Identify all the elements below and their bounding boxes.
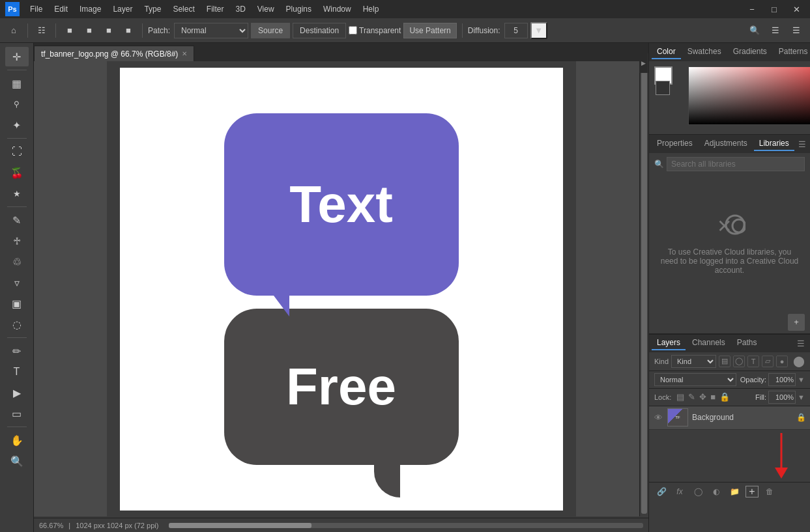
tool-shape-4[interactable]: ■ xyxy=(120,22,137,39)
tab-paths[interactable]: Paths xyxy=(732,336,762,350)
tab-patterns[interactable]: Patterns xyxy=(774,45,810,59)
tool-magic-wand[interactable]: ✦ xyxy=(5,115,29,135)
lock-transparent-icon[interactable]: ▤ xyxy=(676,392,684,402)
menu-filter[interactable]: Filter xyxy=(201,3,229,15)
tool-brush[interactable]: ✎ xyxy=(5,210,29,230)
layer-mask-btn[interactable]: ◯ xyxy=(691,485,705,498)
tool-pen[interactable]: ✏ xyxy=(5,341,29,361)
diffusion-dropdown-btn[interactable]: ▼ xyxy=(530,22,547,39)
purple-bubble-tail xyxy=(270,290,289,316)
tool-zoom[interactable]: 🔍 xyxy=(5,451,29,471)
tab-gradients[interactable]: Gradients xyxy=(728,45,772,59)
tool-hand[interactable]: ✋ xyxy=(5,430,29,450)
layer-new-btn[interactable]: + xyxy=(745,486,759,497)
menu-image[interactable]: Image xyxy=(74,3,106,15)
vertical-scrollbar[interactable] xyxy=(639,61,648,516)
filter-pixel-icon[interactable]: ▤ xyxy=(719,356,730,367)
tool-move[interactable]: ✛ xyxy=(5,47,29,66)
tab-channels[interactable]: Channels xyxy=(687,336,730,350)
library-add-btn[interactable]: + xyxy=(788,314,805,331)
tool-history-brush[interactable]: ♲ xyxy=(5,252,29,272)
libraries-panel-menu-btn[interactable]: ☰ xyxy=(796,139,809,149)
filter-shape-icon[interactable]: ▱ xyxy=(762,356,774,367)
layers-panel-menu-btn[interactable]: ☰ xyxy=(794,339,807,348)
menu-window[interactable]: Window xyxy=(318,3,356,15)
menu-view[interactable]: View xyxy=(252,3,280,15)
tool-healing[interactable]: ★ xyxy=(5,184,29,203)
layer-visibility-toggle[interactable]: 👁 xyxy=(653,413,663,423)
filter-type-icon[interactable]: T xyxy=(747,356,759,367)
tool-type[interactable]: T xyxy=(5,362,29,382)
blend-mode-dropdown[interactable]: Normal Multiply Screen xyxy=(654,373,736,386)
destination-button[interactable]: Destination xyxy=(293,23,346,38)
background-color[interactable] xyxy=(656,81,670,95)
patch-mode-dropdown[interactable]: Normal Content-Aware xyxy=(174,23,248,38)
tool-eyedropper[interactable]: 🍒 xyxy=(5,163,29,182)
menu-select[interactable]: Select xyxy=(167,3,199,15)
layer-delete-btn[interactable]: 🗑 xyxy=(762,485,777,498)
layers-filter-dropdown[interactable]: Kind xyxy=(671,355,716,368)
tool-gradient[interactable]: ▣ xyxy=(5,294,29,313)
lock-artboard-icon[interactable]: ■ xyxy=(710,392,716,402)
minimize-btn[interactable]: − xyxy=(744,1,760,18)
menu-3d[interactable]: 3D xyxy=(230,3,250,15)
tab-libraries[interactable]: Libraries xyxy=(754,137,794,151)
layer-adjustment-btn[interactable]: ◐ xyxy=(709,485,723,498)
right-panel-collapse-btn[interactable]: ▶ xyxy=(639,53,648,73)
tool-marquee[interactable]: ▦ xyxy=(5,74,29,93)
tab-layers[interactable]: Layers xyxy=(652,336,686,350)
filter-toggle[interactable]: ⬤ xyxy=(793,356,805,367)
menu-type[interactable]: Type xyxy=(139,3,166,15)
tab-swatches[interactable]: Swatches xyxy=(682,45,727,59)
menu-layer[interactable]: Layer xyxy=(108,3,137,15)
opacity-input[interactable] xyxy=(768,373,796,386)
tool-path-selection[interactable]: ▶ xyxy=(5,383,29,402)
opacity-dropdown-btn[interactable]: ▼ xyxy=(798,376,805,384)
canvas-area[interactable]: Text Free xyxy=(34,61,648,516)
tool-shape[interactable]: ▭ xyxy=(5,404,29,423)
layer-link-btn[interactable]: 🔗 xyxy=(654,485,669,498)
extra-tools-icon[interactable]: ☷ xyxy=(33,22,50,39)
close-btn[interactable]: ✕ xyxy=(788,1,805,18)
color-gradient-picker[interactable] xyxy=(688,66,810,125)
library-search-input[interactable] xyxy=(667,157,805,171)
filter-smart-icon[interactable]: ● xyxy=(776,356,788,367)
tab-close-btn[interactable]: ✕ xyxy=(182,50,187,57)
tool-eraser[interactable]: ▿ xyxy=(5,273,29,292)
layer-fx-btn[interactable]: fx xyxy=(673,485,687,498)
layer-background[interactable]: 👁 TF Background 🔒 xyxy=(649,406,810,430)
tool-lasso[interactable]: ⚲ xyxy=(5,94,29,114)
transparent-checkbox[interactable] xyxy=(349,26,357,35)
fill-dropdown-btn[interactable]: ▼ xyxy=(798,393,805,401)
tool-shape-1[interactable]: ■ xyxy=(61,22,78,39)
tool-dodge[interactable]: ◌ xyxy=(5,315,29,334)
fill-input[interactable] xyxy=(768,391,796,404)
menu-edit[interactable]: Edit xyxy=(49,3,73,15)
home-icon[interactable]: ⌂ xyxy=(5,22,22,39)
transparent-checkbox-label[interactable]: Transparent xyxy=(349,26,401,35)
document-tab[interactable]: tf_banner_logo.png @ 66.7% (RGB/8#) ✕ xyxy=(34,46,194,61)
menu-plugins[interactable]: Plugins xyxy=(281,3,317,15)
tool-clone[interactable]: ♱ xyxy=(5,231,29,251)
workspace-icon[interactable]: ☰ xyxy=(767,22,784,39)
tab-color[interactable]: Color xyxy=(652,45,681,59)
lock-all-icon[interactable]: 🔒 xyxy=(719,392,730,402)
tab-properties[interactable]: Properties xyxy=(652,137,698,151)
tool-shape-3[interactable]: ■ xyxy=(100,22,117,39)
lock-position-icon[interactable]: ✥ xyxy=(699,392,706,402)
panels-icon[interactable]: ☰ xyxy=(788,22,805,39)
menu-file[interactable]: File xyxy=(25,3,48,15)
layer-group-btn[interactable]: 📁 xyxy=(727,485,742,498)
diffusion-input[interactable] xyxy=(504,23,528,38)
search-icon[interactable]: 🔍 xyxy=(746,22,763,39)
tool-crop[interactable]: ⛶ xyxy=(5,142,29,161)
lock-image-icon[interactable]: ✎ xyxy=(688,392,695,402)
tab-adjustments[interactable]: Adjustments xyxy=(699,137,753,151)
use-pattern-button[interactable]: Use Pattern xyxy=(403,23,456,38)
hscroll-thumb[interactable] xyxy=(169,523,311,528)
source-button[interactable]: Source xyxy=(251,23,290,38)
filter-adjustment-icon[interactable]: ◯ xyxy=(733,356,745,367)
menu-help[interactable]: Help xyxy=(358,3,384,15)
maximize-btn[interactable]: □ xyxy=(766,1,783,18)
tool-shape-2[interactable]: ■ xyxy=(81,22,98,39)
